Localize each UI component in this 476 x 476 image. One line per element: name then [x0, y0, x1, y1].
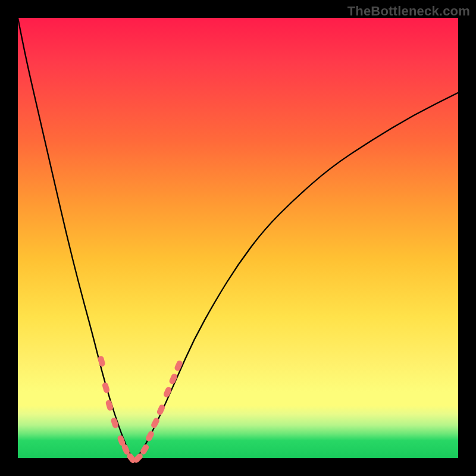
plot-area [18, 18, 458, 458]
curve-marker [139, 443, 150, 456]
curve-marker [145, 430, 155, 443]
curve-marker [102, 382, 111, 394]
curve-layer [18, 18, 458, 458]
markers-group [97, 355, 183, 464]
bottleneck-curve [18, 18, 458, 458]
watermark-text: TheBottleneck.com [347, 4, 470, 19]
chart-frame: TheBottleneck.com [0, 0, 476, 476]
